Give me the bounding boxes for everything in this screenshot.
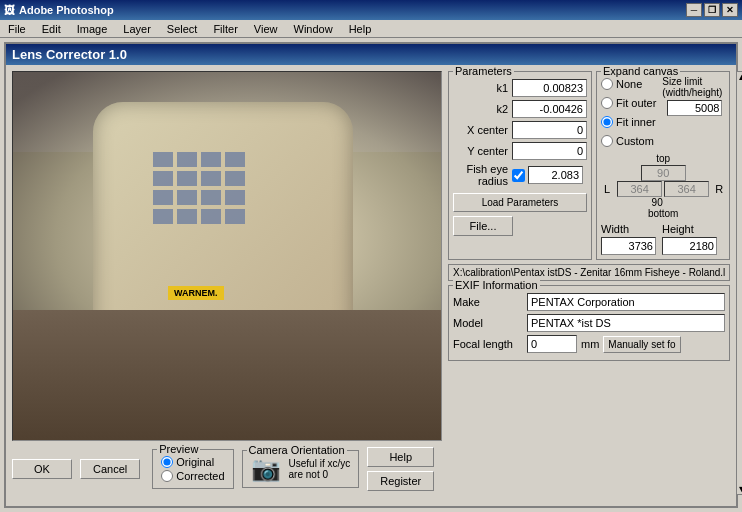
original-radio-label[interactable]: Original	[161, 456, 224, 468]
menu-help[interactable]: Help	[345, 22, 376, 36]
focal-input[interactable]	[527, 335, 577, 353]
menu-edit[interactable]: Edit	[38, 22, 65, 36]
lr-value: 90	[652, 197, 663, 208]
k1-label: k1	[453, 82, 508, 94]
restore-button[interactable]: ❐	[704, 3, 720, 17]
ground-bg	[13, 310, 441, 440]
ok-button[interactable]: OK	[12, 459, 72, 479]
fit-inner-radio-label[interactable]: Fit inner	[601, 116, 656, 128]
corrected-radio[interactable]	[161, 470, 173, 482]
parameters-group: Parameters k1 k2 X center Y center	[448, 71, 592, 260]
menu-filter[interactable]: Filter	[209, 22, 241, 36]
scroll-up-button[interactable]: ▲	[737, 72, 742, 82]
camera-icon: 📷	[251, 455, 281, 483]
fit-outer-radio-label[interactable]: Fit outer	[601, 97, 656, 109]
corrected-radio-label[interactable]: Corrected	[161, 470, 224, 482]
exif-group: EXIF Information Make Model Focal length…	[448, 285, 730, 361]
make-input[interactable]	[527, 293, 725, 311]
close-button[interactable]: ✕	[722, 3, 738, 17]
custom-radio-label[interactable]: Custom	[601, 135, 656, 147]
right-input[interactable]	[664, 181, 709, 197]
ycenter-input[interactable]	[512, 142, 587, 160]
focal-label: Focal length	[453, 338, 523, 350]
width-input[interactable]	[601, 237, 656, 255]
fisheye-checkbox[interactable]	[512, 169, 525, 182]
original-radio[interactable]	[161, 456, 173, 468]
load-parameters-button[interactable]: Load Parameters	[453, 193, 587, 212]
exif-group-title: EXIF Information	[453, 279, 540, 291]
original-label: Original	[176, 456, 214, 468]
k2-row: k2	[453, 100, 587, 118]
size-input[interactable]	[667, 100, 722, 116]
height-input[interactable]	[662, 237, 717, 255]
fisheye-row: Fish eyeradius	[453, 163, 587, 187]
lr-value-label: 90	[652, 197, 663, 208]
custom-radio[interactable]	[601, 135, 613, 147]
menu-view[interactable]: View	[250, 22, 282, 36]
none-radio[interactable]	[601, 78, 613, 90]
size-col: Size limit(width/height)	[662, 76, 722, 149]
building-windows	[153, 152, 245, 224]
image-preview: WARNEM.	[12, 71, 442, 441]
k1-input[interactable]	[512, 79, 587, 97]
menu-select[interactable]: Select	[163, 22, 202, 36]
width-label: Width	[601, 223, 656, 235]
scrollbar[interactable]: ▲ ▼	[736, 71, 742, 495]
menu-layer[interactable]: Layer	[119, 22, 155, 36]
fisheye-label: Fish eyeradius	[453, 163, 508, 187]
none-radio-label[interactable]: None	[601, 78, 656, 90]
register-button[interactable]: Register	[367, 471, 434, 491]
xcenter-input[interactable]	[512, 121, 587, 139]
menu-image[interactable]: Image	[73, 22, 112, 36]
height-col: Height	[662, 223, 717, 255]
plugin-window: Lens Corrector 1.0 WARNEM.	[4, 42, 738, 508]
bottom-controls-row: OK Cancel Preview Original Corrected Cam…	[12, 447, 442, 491]
preview-group-title: Preview	[157, 443, 200, 455]
app-title: Adobe Photoshop	[19, 4, 114, 16]
xcenter-label: X center	[453, 124, 508, 136]
width-col: Width	[601, 223, 656, 255]
make-label: Make	[453, 296, 523, 308]
plugin-body: WARNEM. OK Cancel Preview Original Corre…	[6, 65, 736, 501]
title-bar-buttons: ─ ❐ ✕	[686, 3, 738, 17]
bottom-label: bottom	[648, 208, 679, 219]
help-button[interactable]: Help	[367, 447, 434, 467]
k2-label: k2	[453, 103, 508, 115]
top-input[interactable]	[641, 165, 686, 181]
fit-outer-radio[interactable]	[601, 97, 613, 109]
right-panel: Parameters k1 k2 X center Y center	[448, 71, 730, 495]
fit-inner-radio[interactable]	[601, 116, 613, 128]
expand-canvas-group: Expand canvas None Fit outer	[596, 71, 730, 260]
expand-canvas-title: Expand canvas	[601, 65, 680, 77]
wh-row: Width Height	[601, 223, 725, 255]
model-label: Model	[453, 317, 523, 329]
scroll-down-button[interactable]: ▼	[737, 484, 742, 494]
none-label: None	[616, 78, 642, 90]
left-input[interactable]	[617, 181, 662, 197]
manually-set-button[interactable]: Manually set fo	[603, 336, 680, 353]
fisheye-input[interactable]	[528, 166, 583, 184]
fisheye-checkbox-group	[512, 166, 583, 184]
k2-input[interactable]	[512, 100, 587, 118]
model-input[interactable]	[527, 314, 725, 332]
top-groups-row: Parameters k1 k2 X center Y center	[448, 71, 730, 260]
expand-inner: None Fit outer Fit inner	[601, 76, 725, 149]
ycenter-label: Y center	[453, 145, 508, 157]
title-bar-left: 🖼 Adobe Photoshop	[4, 4, 114, 16]
custom-label: Custom	[616, 135, 654, 147]
minimize-button[interactable]: ─	[686, 3, 702, 17]
menu-window[interactable]: Window	[290, 22, 337, 36]
ycenter-row: Y center	[453, 142, 587, 160]
cancel-button[interactable]: Cancel	[80, 459, 140, 479]
menu-file[interactable]: File	[4, 22, 30, 36]
lrtb-mid: L R	[601, 181, 725, 197]
lrtb-bot: bottom	[648, 208, 679, 219]
file-button[interactable]: File...	[453, 216, 513, 236]
camera-group-title: Camera Orientation	[247, 444, 347, 456]
camera-group: Camera Orientation 📷 Useful if xc/ycare …	[242, 450, 360, 488]
app-icon: 🖼	[4, 4, 15, 16]
expand-radio-col: None Fit outer Fit inner	[601, 76, 656, 149]
title-bar: 🖼 Adobe Photoshop ─ ❐ ✕	[0, 0, 742, 20]
plugin-title: Lens Corrector 1.0	[6, 44, 736, 65]
make-row: Make	[453, 293, 725, 311]
